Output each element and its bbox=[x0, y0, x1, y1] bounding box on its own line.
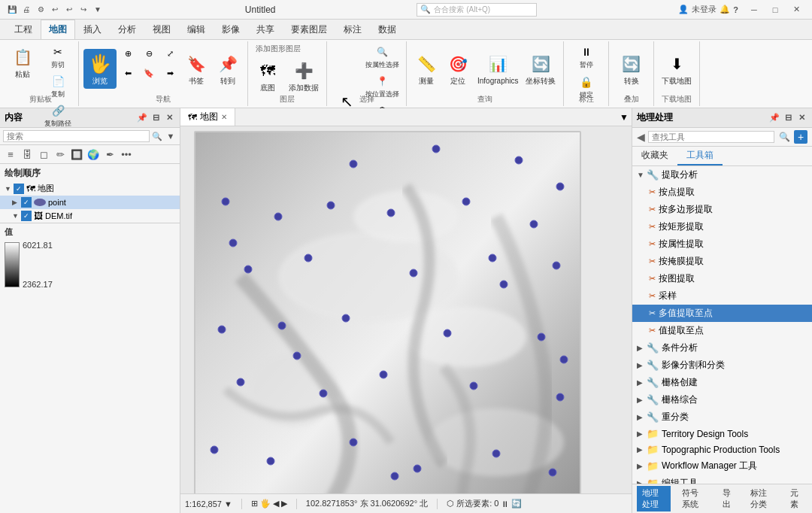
more-icon[interactable]: ▼ bbox=[92, 4, 104, 16]
minimize-btn[interactable]: ─ bbox=[744, 3, 764, 17]
quick-settings-icon[interactable]: ⚙ bbox=[35, 4, 47, 16]
download-map-btn[interactable]: ⬇ 下载地图 bbox=[659, 50, 695, 88]
zoom-tool[interactable]: ⊞ bbox=[251, 499, 258, 508]
tab-view[interactable]: 视图 bbox=[144, 20, 179, 39]
browse-btn[interactable]: 🖐 浏览 bbox=[83, 49, 117, 89]
tree-point-item[interactable]: ▶ ✓ point bbox=[0, 196, 180, 209]
bookmark-btn[interactable]: 🔖 书签 bbox=[181, 50, 211, 88]
geo-group-extract-header[interactable]: ▼ 🔧 提取分析 bbox=[632, 166, 812, 184]
close-btn[interactable]: ✕ bbox=[786, 3, 806, 17]
locate-btn[interactable]: 🎯 定位 bbox=[443, 50, 473, 88]
help-btn[interactable]: ? bbox=[733, 5, 738, 14]
geo-add-btn[interactable]: + bbox=[794, 130, 807, 144]
geo-group-reclass-header[interactable]: ▶ 🔧 重分类 bbox=[632, 408, 812, 426]
nav-icon6[interactable]: ➡ bbox=[160, 64, 180, 82]
geo-group-raster-comp-header[interactable]: ▶ 🔧 栅格综合 bbox=[632, 391, 812, 408]
layer-icon7[interactable]: ✒ bbox=[102, 147, 117, 162]
bottom-tab-elements[interactable]: 元素 bbox=[785, 486, 807, 511]
undo2-icon[interactable]: ↩ bbox=[63, 4, 75, 16]
geo-group-topo-header[interactable]: ▶ 📁 Topographic Production Tools bbox=[632, 442, 812, 457]
map-tab-close[interactable]: ✕ bbox=[221, 113, 227, 121]
tab-map[interactable]: 地图 bbox=[41, 20, 75, 39]
geo-group-edit-tools-header[interactable]: ▶ 📁 编辑工具 bbox=[632, 475, 812, 484]
paste-btn[interactable]: 📋 粘贴 bbox=[8, 43, 38, 130]
pause-label-btn[interactable]: ⏸ 暂停 bbox=[577, 43, 596, 71]
coord-convert-btn[interactable]: 🔄 坐标转换 bbox=[523, 50, 559, 88]
refresh-btn[interactable]: 🔄 bbox=[511, 499, 522, 508]
infographics-btn[interactable]: 📊 Infographics bbox=[474, 50, 521, 88]
quick-save-icon[interactable]: 💾 bbox=[6, 4, 18, 16]
tree-map-item[interactable]: ▼ ✓ 🗺 地图 bbox=[0, 181, 180, 196]
tab-share[interactable]: 共享 bbox=[248, 20, 283, 39]
nav-icon2[interactable]: ⊖ bbox=[139, 44, 159, 62]
notification-icon[interactable]: 🔔 bbox=[720, 5, 730, 14]
geo-search-input[interactable] bbox=[648, 131, 774, 143]
tab-imagery[interactable]: 影像 bbox=[214, 20, 248, 39]
geo-item-attr-extract[interactable]: ✂ 按属性提取 bbox=[632, 235, 812, 253]
basemap-btn[interactable]: 🗺 底图 bbox=[253, 56, 283, 95]
geo-back-btn[interactable]: ◀ bbox=[637, 131, 645, 143]
quick-print-icon[interactable]: 🖨 bbox=[20, 4, 32, 16]
nav-icon1[interactable]: ⊕ bbox=[118, 44, 138, 62]
tab-analysis[interactable]: 分析 bbox=[110, 20, 144, 39]
tab-feature-layer[interactable]: 要素图层 bbox=[283, 20, 335, 39]
redo-icon[interactable]: ↪ bbox=[77, 4, 89, 16]
map-tab-main[interactable]: 🗺 地图 ✕ bbox=[180, 108, 235, 126]
tab-label[interactable]: 标注 bbox=[335, 20, 370, 39]
tab-insert[interactable]: 插入 bbox=[75, 20, 110, 39]
user-area[interactable]: 👤 未登录 🔔 ? bbox=[678, 4, 738, 15]
left-search-icon[interactable]: 🔍 bbox=[151, 130, 163, 142]
convert-btn[interactable]: 🔄 转换 bbox=[617, 50, 647, 88]
copy-path-btn[interactable]: 🔗 复制路径 bbox=[42, 102, 74, 130]
map-canvas[interactable] bbox=[180, 126, 632, 493]
right-dock-btn[interactable]: ⊟ bbox=[782, 112, 794, 124]
geo-group-workflow-header[interactable]: ▶ 📁 Workflow Manager 工具 bbox=[632, 457, 812, 475]
geo-item-poly-extract[interactable]: ✂ 按多边形提取 bbox=[632, 201, 812, 218]
geo-item-multi-extract[interactable]: ✂ 多值提取至点 bbox=[632, 305, 812, 322]
layer-icon2[interactable]: 🗄 bbox=[20, 147, 35, 162]
geo-item-sample[interactable]: ✂ 采样 bbox=[632, 287, 812, 305]
left-dock-btn[interactable]: ⊟ bbox=[150, 112, 162, 124]
bottom-tab-export[interactable]: 导出 bbox=[717, 486, 740, 511]
scale-dropdown[interactable]: ▼ bbox=[224, 499, 232, 508]
layer-icon4[interactable]: ✏ bbox=[53, 147, 68, 162]
maximize-btn[interactable]: □ bbox=[765, 3, 785, 17]
pause-btn[interactable]: ⏸ bbox=[501, 499, 509, 508]
tab-edit[interactable]: 编辑 bbox=[179, 20, 214, 39]
measure-btn[interactable]: 📏 测量 bbox=[411, 50, 441, 88]
geo-item-val-extract[interactable]: ✂ 值提取至点 bbox=[632, 322, 812, 339]
bottom-tab-label-class[interactable]: 标注分类 bbox=[745, 486, 779, 511]
left-filter-icon[interactable]: ▼ bbox=[165, 130, 177, 142]
layer-icon6[interactable]: 🌍 bbox=[86, 147, 101, 162]
right-close-btn[interactable]: ✕ bbox=[795, 112, 807, 124]
bottom-tab-geoprocessing[interactable]: 地理处理 bbox=[637, 486, 671, 511]
pan-tool[interactable]: 🖐 bbox=[260, 499, 271, 508]
geo-group-raster-create-header[interactable]: ▶ 🔧 栅格创建 bbox=[632, 374, 812, 391]
geo-group-condition-header[interactable]: ▶ 🔧 条件分析 bbox=[632, 339, 812, 357]
geo-item-mask-extract[interactable]: ✂ 按掩膜提取 bbox=[632, 253, 812, 270]
bottom-tab-symbology[interactable]: 符号系统 bbox=[677, 486, 710, 511]
layer-more-icon[interactable]: ••• bbox=[119, 147, 134, 162]
geo-tab-toolbox[interactable]: 工具箱 bbox=[677, 147, 723, 165]
left-pin-btn[interactable]: 📌 bbox=[136, 112, 148, 124]
geo-search-btn[interactable]: 🔍 bbox=[777, 130, 791, 144]
tab-project[interactable]: 工程 bbox=[6, 20, 41, 39]
map-tab-dropdown[interactable]: ▼ bbox=[617, 111, 632, 124]
geo-item-point-extract[interactable]: ✂ 按点提取 bbox=[632, 184, 812, 201]
geo-group-territory-header[interactable]: ▶ 📁 Territory Design Tools bbox=[632, 426, 812, 442]
prev-tool[interactable]: ◀ bbox=[273, 499, 279, 508]
layer-icon3[interactable]: ◻ bbox=[36, 147, 51, 162]
point-check[interactable]: ✓ bbox=[21, 197, 32, 208]
tree-dem-item[interactable]: ▼ ✓ 🖼 DEM.tif bbox=[0, 209, 180, 223]
title-search-box[interactable]: 🔍 合合搜索 (Alt+Q) bbox=[417, 3, 537, 17]
nav-icon4[interactable]: ⬅ bbox=[118, 64, 138, 82]
nav-icon5[interactable]: 🔖 bbox=[139, 64, 159, 82]
nav-icon3[interactable]: ⤢ bbox=[160, 44, 180, 62]
left-close-btn[interactable]: ✕ bbox=[163, 112, 175, 124]
select-attr-btn[interactable]: 🔍 按属性选择 bbox=[363, 43, 401, 71]
dem-check[interactable]: ✓ bbox=[21, 211, 32, 221]
undo-icon[interactable]: ↩ bbox=[49, 4, 61, 16]
geo-item-rect-extract[interactable]: ✂ 按矩形提取 bbox=[632, 218, 812, 235]
map-check[interactable]: ✓ bbox=[14, 184, 24, 194]
geo-tab-favorites[interactable]: 收藏夹 bbox=[632, 147, 677, 165]
